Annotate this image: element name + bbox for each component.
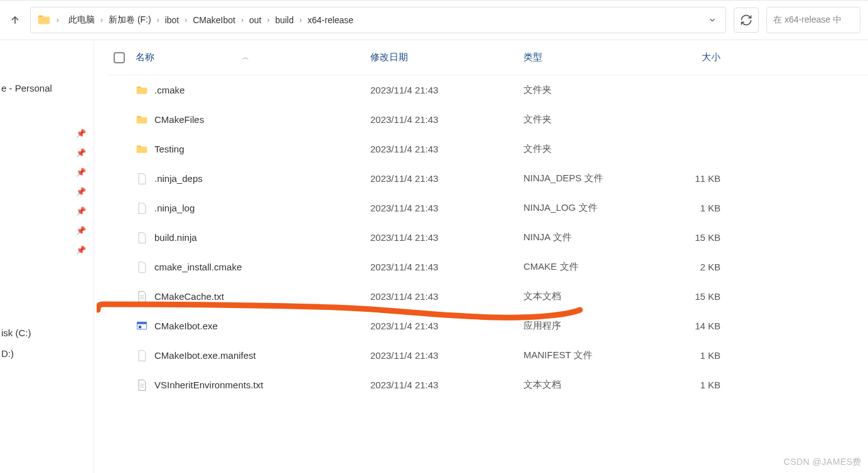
- pin-icon: 📌: [76, 129, 86, 138]
- sidebar-item-personal[interactable]: e - Personal: [0, 78, 94, 98]
- toolbar: › 此电脑›新加卷 (F:)›ibot›CMakeIbot›out›build›…: [0, 0, 868, 40]
- file-icon: [136, 173, 148, 185]
- sidebar-item-pin[interactable]: 📌: [0, 201, 94, 221]
- file-icon: [136, 202, 148, 215]
- file-date: 2023/11/4 21:43: [370, 232, 523, 243]
- file-type: CMAKE 文件: [523, 261, 649, 273]
- file-name: .ninja_log: [154, 203, 195, 213]
- sort-asc-icon: ︿: [242, 53, 249, 62]
- sidebar-item-pin[interactable]: 📌: [0, 221, 94, 240]
- file-name: CMakeIbot.exe: [154, 321, 218, 331]
- address-bar[interactable]: › 此电脑›新加卷 (F:)›ibot›CMakeIbot›out›build›…: [30, 7, 726, 33]
- file-size: 2 KB: [649, 262, 731, 272]
- file-type: 文件夹: [523, 114, 649, 125]
- table-row[interactable]: CMakeCache.txt2023/11/4 21:43文本文档15 KB: [107, 282, 868, 311]
- breadcrumb-item[interactable]: build: [271, 13, 297, 27]
- file-date: 2023/11/4 21:43: [370, 144, 523, 154]
- sidebar-item-pin[interactable]: 📌: [0, 182, 94, 201]
- table-row[interactable]: build.ninja2023/11/4 21:43NINJA 文件15 KB: [107, 223, 868, 252]
- file-name: CMakeIbot.exe.manifest: [154, 350, 256, 361]
- file-date: 2023/11/4 21:43: [370, 262, 523, 272]
- file-name: Testing: [154, 144, 185, 154]
- table-row[interactable]: .cmake2023/11/4 21:43文件夹: [107, 75, 868, 105]
- chevron-right-icon: ›: [299, 16, 303, 24]
- table-row[interactable]: Testing2023/11/4 21:43文件夹: [107, 134, 868, 164]
- file-name: .ninja_deps: [154, 173, 203, 184]
- search-box[interactable]: 在 x64-release 中: [766, 7, 860, 33]
- history-dropdown[interactable]: [705, 13, 719, 27]
- file-date: 2023/11/4 21:43: [370, 173, 523, 184]
- file-list: 名称 ︿ 修改日期 类型 大小 .cmake2023/11/4 21:43文件夹…: [94, 40, 868, 473]
- sidebar-item-pin[interactable]: 📌: [0, 240, 94, 260]
- folder-icon: [136, 114, 148, 126]
- exe-icon: [136, 320, 148, 332]
- file-size: 1 KB: [649, 350, 731, 361]
- table-row[interactable]: .ninja_deps2023/11/4 21:43NINJA_DEPS 文件1…: [107, 164, 868, 193]
- folder-icon: [136, 143, 148, 156]
- sidebar: e - Personal 📌 📌 📌 📌 📌 📌 📌 isk (C:) D:): [0, 40, 94, 473]
- column-size[interactable]: 大小: [649, 51, 731, 63]
- chevron-right-icon: ›: [56, 16, 60, 24]
- file-type: NINJA_LOG 文件: [523, 202, 649, 214]
- breadcrumb-item[interactable]: CMakeIbot: [189, 13, 239, 27]
- folder-icon: [136, 84, 148, 97]
- column-type[interactable]: 类型: [523, 51, 649, 63]
- chevron-right-icon: ›: [266, 16, 270, 24]
- sidebar-item-disk-d[interactable]: D:): [0, 343, 94, 364]
- pin-icon: 📌: [76, 206, 86, 216]
- pin-icon: 📌: [76, 187, 86, 196]
- sidebar-item-disk-c[interactable]: isk (C:): [0, 322, 94, 343]
- file-name: VSInheritEnvironments.txt: [154, 380, 263, 390]
- file-size: 15 KB: [649, 232, 731, 243]
- column-headers: 名称 ︿ 修改日期 类型 大小: [107, 40, 868, 75]
- sidebar-item-pin[interactable]: 📌: [0, 162, 94, 182]
- sidebar-item-pin[interactable]: 📌: [0, 143, 94, 162]
- breadcrumb-item[interactable]: 新加卷 (F:): [105, 13, 155, 28]
- file-icon: [136, 261, 148, 274]
- chevron-right-icon: ›: [240, 16, 244, 24]
- table-row[interactable]: .ninja_log2023/11/4 21:43NINJA_LOG 文件1 K…: [107, 193, 868, 223]
- table-row[interactable]: cmake_install.cmake2023/11/4 21:43CMAKE …: [107, 252, 868, 282]
- pin-icon: 📌: [76, 226, 86, 235]
- watermark: CSDN @JAMES费: [784, 457, 862, 468]
- file-type: MANIFEST 文件: [523, 349, 649, 361]
- table-row[interactable]: CMakeIbot.exe.manifest2023/11/4 21:43MAN…: [107, 341, 868, 370]
- file-name: .cmake: [154, 85, 185, 95]
- up-button[interactable]: [8, 13, 23, 28]
- file-date: 2023/11/4 21:43: [370, 203, 523, 213]
- file-date: 2023/11/4 21:43: [370, 291, 523, 302]
- txt-icon: [136, 290, 148, 303]
- file-size: 1 KB: [649, 203, 731, 213]
- breadcrumb-item[interactable]: x64-release: [304, 13, 357, 27]
- file-type: 应用程序: [523, 320, 649, 332]
- file-type: 文本文档: [523, 290, 649, 302]
- file-type: 文件夹: [523, 84, 649, 96]
- pin-icon: 📌: [76, 148, 86, 157]
- pin-icon: 📌: [76, 167, 86, 177]
- file-date: 2023/11/4 21:43: [370, 114, 523, 125]
- file-name: CMakeCache.txt: [154, 291, 224, 302]
- svg-rect-2: [139, 326, 141, 328]
- select-all-checkbox[interactable]: [114, 52, 125, 63]
- file-type: NINJA 文件: [523, 231, 649, 243]
- column-name[interactable]: 名称 ︿: [132, 51, 370, 63]
- file-type: 文本文档: [523, 379, 649, 391]
- table-row[interactable]: CMakeFiles2023/11/4 21:43文件夹: [107, 105, 868, 134]
- file-name: cmake_install.cmake: [154, 262, 242, 272]
- refresh-button[interactable]: [734, 8, 759, 33]
- file-name: build.ninja: [154, 232, 197, 243]
- breadcrumb-item[interactable]: 此电脑: [65, 13, 99, 28]
- column-date[interactable]: 修改日期: [370, 51, 523, 63]
- table-row[interactable]: CMakeIbot.exe2023/11/4 21:43应用程序14 KB: [107, 311, 868, 341]
- file-size: 1 KB: [649, 380, 731, 390]
- breadcrumb-item[interactable]: ibot: [161, 13, 183, 27]
- table-row[interactable]: VSInheritEnvironments.txt2023/11/4 21:43…: [107, 370, 868, 400]
- file-date: 2023/11/4 21:43: [370, 85, 523, 95]
- file-date: 2023/11/4 21:43: [370, 350, 523, 361]
- svg-rect-1: [137, 322, 147, 324]
- sidebar-item-pin[interactable]: 📌: [0, 124, 94, 143]
- file-icon: [136, 231, 148, 244]
- file-size: 14 KB: [649, 321, 731, 331]
- breadcrumb-item[interactable]: out: [245, 13, 265, 27]
- file-type: 文件夹: [523, 143, 649, 155]
